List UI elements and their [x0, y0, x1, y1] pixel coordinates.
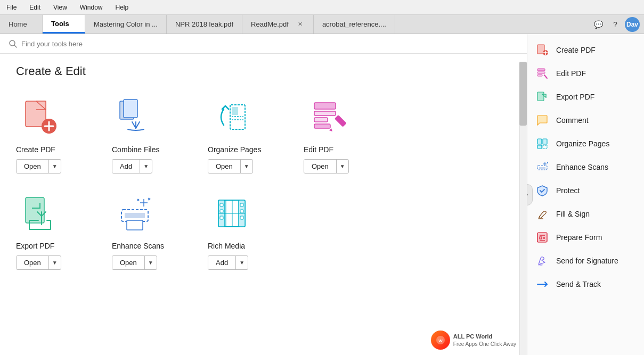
organize-pages-btn-group: Open ▼: [208, 159, 253, 174]
sidebar-enhance-scans-icon: [536, 161, 549, 174]
menu-view[interactable]: View: [51, 3, 69, 12]
tab-readme[interactable]: ReadMe.pdf ✕: [242, 15, 314, 34]
sidebar-organize-pages-icon: [536, 137, 549, 150]
svg-rect-52: [537, 75, 542, 76]
organize-pages-open-btn[interactable]: Open: [208, 160, 241, 173]
sidebar-prepare-form-icon: [536, 231, 549, 244]
watermark-logo: W: [431, 331, 450, 350]
svg-rect-50: [537, 69, 545, 71]
svg-marker-20: [329, 128, 332, 131]
create-pdf-icon: [16, 93, 64, 141]
organize-pages-arrow-btn[interactable]: ▼: [241, 161, 252, 172]
svg-rect-9: [124, 100, 137, 118]
main-layout: Create & Edit: [0, 34, 644, 355]
sidebar-item-prepare-form[interactable]: Prepare Form: [527, 226, 644, 249]
search-bar: [0, 34, 527, 54]
edit-pdf-icon: [304, 93, 352, 141]
enhance-scans-open-btn[interactable]: Open: [112, 256, 145, 269]
sidebar-item-send-signature[interactable]: xib Send for Signature: [527, 249, 644, 273]
tab-npr[interactable]: NPR 2018 leak.pdf: [167, 15, 242, 34]
sidebar-item-organize-pages[interactable]: Organize Pages: [527, 132, 644, 155]
tool-card-edit-pdf: Edit PDF Open ▼: [304, 93, 389, 174]
sidebar-item-protect[interactable]: Protect: [527, 179, 644, 202]
sidebar-edit-pdf-icon: [536, 67, 549, 80]
svg-rect-17: [314, 118, 328, 122]
export-pdf-arrow-btn[interactable]: ▼: [49, 257, 61, 268]
menu-edit[interactable]: Edit: [27, 3, 43, 12]
svg-rect-57: [537, 139, 542, 144]
svg-rect-51: [537, 72, 545, 73]
edit-pdf-name: Edit PDF: [304, 145, 333, 154]
svg-rect-35: [220, 203, 223, 207]
rich-media-icon: [208, 189, 256, 237]
watermark-text: ALL PC World Free Apps One Click Away: [453, 333, 516, 347]
rich-media-arrow-btn[interactable]: ▼: [236, 257, 248, 268]
rich-media-btn-group: Add ▼: [208, 255, 248, 270]
section-title: Create & Edit: [16, 64, 511, 78]
sidebar-item-enhance-scans[interactable]: Enhance Scans: [527, 155, 644, 179]
sidebar-item-fill-sign[interactable]: Fill & Sign: [527, 202, 644, 226]
enhance-scans-arrow-btn[interactable]: ▼: [145, 257, 157, 268]
create-pdf-name: Create PDF: [16, 145, 55, 154]
svg-rect-24: [125, 213, 145, 218]
create-pdf-open-btn[interactable]: Open: [17, 160, 49, 173]
sidebar-collapse-handle[interactable]: ›: [527, 184, 533, 205]
tab-home[interactable]: Home: [0, 15, 43, 34]
tab-bar: Home Tools Mastering Color in ... NPR 20…: [0, 15, 644, 34]
combine-files-icon: [112, 93, 160, 141]
sidebar-item-comment[interactable]: Comment: [527, 109, 644, 132]
organize-pages-name: Organize Pages: [208, 145, 261, 154]
svg-text:xib: xib: [539, 263, 543, 266]
export-pdf-icon: [16, 189, 64, 237]
create-pdf-arrow-btn[interactable]: ▼: [49, 161, 61, 172]
sidebar-fill-sign-icon: [536, 208, 549, 220]
help-btn[interactable]: ?: [608, 17, 623, 32]
create-pdf-btn-group: Open ▼: [16, 159, 61, 174]
sidebar-item-send-track[interactable]: Send & Track: [527, 273, 644, 296]
sidebar-comment-icon: [536, 114, 549, 127]
svg-rect-31: [127, 220, 143, 230]
combine-files-arrow-btn[interactable]: ▼: [140, 161, 152, 172]
sidebar-send-signature-icon: xib: [536, 254, 549, 267]
tool-card-create-pdf: Create PDF Open ▼: [16, 93, 101, 174]
svg-rect-15: [314, 103, 336, 109]
sidebar: › Create PDF: [527, 34, 644, 355]
sidebar-protect-icon: [536, 184, 549, 197]
rich-media-add-btn[interactable]: Add: [208, 256, 236, 269]
tab-readme-close[interactable]: ✕: [296, 20, 305, 29]
enhance-scans-btn-group: Open ▼: [112, 255, 157, 270]
tool-card-export-pdf: Export PDF Open ▼: [16, 189, 101, 270]
enhance-scans-icon: [112, 189, 160, 237]
tab-acrobat[interactable]: acrobat_reference....: [314, 15, 395, 34]
sidebar-item-edit-pdf[interactable]: Edit PDF: [527, 62, 644, 85]
scroll-thumb[interactable]: [519, 62, 527, 126]
enhance-scans-name: Enhance Scans: [112, 242, 164, 250]
svg-rect-36: [220, 210, 223, 213]
svg-rect-62: [539, 167, 545, 169]
scroll-track[interactable]: [519, 62, 527, 355]
menu-file[interactable]: File: [4, 3, 19, 12]
menu-window[interactable]: Window: [78, 3, 105, 12]
tool-card-combine-files: Combine Files Add ▼: [112, 93, 197, 174]
export-pdf-open-btn[interactable]: Open: [17, 256, 49, 269]
edit-pdf-open-btn[interactable]: Open: [304, 160, 337, 173]
content-area: Create & Edit: [0, 34, 527, 355]
search-input[interactable]: [21, 40, 518, 48]
sidebar-export-pdf-icon: [536, 90, 549, 103]
menu-bar: File Edit View Window Help: [0, 0, 644, 15]
svg-rect-38: [240, 203, 243, 207]
sidebar-item-create-pdf[interactable]: Create PDF: [527, 38, 644, 62]
svg-rect-59: [537, 145, 542, 148]
svg-text:W: W: [438, 339, 443, 343]
user-avatar[interactable]: Dav: [625, 17, 640, 32]
tab-mastering[interactable]: Mastering Color in ...: [85, 15, 167, 34]
menu-help[interactable]: Help: [113, 3, 131, 12]
comments-btn[interactable]: 💬: [591, 17, 606, 32]
edit-pdf-arrow-btn[interactable]: ▼: [337, 161, 348, 172]
tab-tools[interactable]: Tools: [43, 15, 85, 34]
svg-rect-55: [537, 92, 544, 101]
tools-grid-area: Create & Edit: [0, 54, 527, 347]
search-icon: [9, 39, 17, 48]
combine-files-add-btn[interactable]: Add: [112, 160, 140, 173]
sidebar-item-export-pdf[interactable]: Export PDF: [527, 85, 644, 109]
